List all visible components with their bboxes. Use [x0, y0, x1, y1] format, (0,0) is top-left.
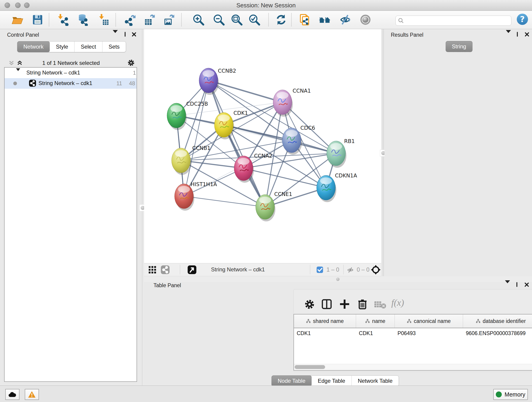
export-network-icon[interactable]: [124, 13, 137, 26]
network-node-ccne1[interactable]: CCNE1: [256, 191, 292, 221]
add-column-icon[interactable]: [339, 299, 350, 310]
network-node-cdc25b[interactable]: CDC25B: [167, 101, 208, 130]
homes-icon[interactable]: [318, 13, 331, 26]
cloud-button[interactable]: [5, 389, 19, 400]
memory-button[interactable]: Memory: [493, 389, 528, 400]
table-horizontal-scrollbar[interactable]: [294, 364, 532, 370]
table-cell[interactable]: CDK1: [294, 328, 356, 339]
control-panel-tabs: NetworkStyleSelectSets: [17, 41, 126, 52]
panel-collapse-icon[interactable]: [505, 283, 510, 288]
clone-network-icon[interactable]: [298, 13, 311, 26]
import-network-database-icon[interactable]: [76, 13, 89, 26]
import-network-file-icon[interactable]: [57, 13, 70, 26]
panel-collapse-icon[interactable]: [113, 33, 118, 38]
network-edge[interactable]: [184, 80, 209, 196]
network-tree-row[interactable]: String Network – cdk11148: [5, 78, 137, 89]
column-type-icon: [365, 319, 370, 323]
orb-icon[interactable]: [359, 13, 372, 26]
zoom-out-icon[interactable]: [213, 13, 225, 26]
network-selection-summary: 1 of 1 Network selected: [34, 60, 108, 66]
column-header-name[interactable]: name: [356, 314, 395, 328]
network-view-toolbar: String Network – cdk1 1 – 0 0 – 0: [144, 263, 381, 276]
table-cell[interactable]: P06493: [395, 328, 463, 339]
birdseye-grid-icon[interactable]: [148, 266, 157, 274]
toolbar-separator: [180, 265, 180, 274]
open-session-icon[interactable]: [11, 13, 23, 26]
titlebar: Session: New Session: [0, 0, 532, 11]
network-node-rb1[interactable]: RB1: [327, 138, 355, 168]
cloud-icon: [8, 391, 17, 397]
panel-float-icon[interactable]: [125, 32, 130, 37]
tab-sets[interactable]: Sets: [102, 41, 126, 52]
network-node-ccna1[interactable]: CCNA1: [273, 88, 311, 117]
network-edge[interactable]: [209, 80, 265, 207]
table-cell[interactable]: 9606.ENSP00000378699: [463, 328, 532, 339]
zoom-in-icon[interactable]: [192, 13, 205, 26]
hidden-eye-slash-icon[interactable]: [347, 266, 354, 274]
table-panel: Table Panel f(x) shared namenamecanonica…: [144, 282, 532, 385]
table-cell[interactable]: CDK1: [356, 328, 395, 339]
hide-unhide-icon[interactable]: [339, 13, 351, 26]
horizontal-splitter[interactable]: [144, 276, 532, 282]
main-toolbar: ?: [0, 11, 532, 29]
column-header-database-identifier[interactable]: database identifier: [463, 314, 532, 328]
show-columns-icon[interactable]: [321, 299, 332, 310]
panel-close-icon[interactable]: [132, 32, 137, 37]
collapse-all-tree-icon[interactable]: [8, 60, 15, 66]
splitter-dot[interactable]: [336, 278, 340, 281]
node-label: CCNB2: [218, 68, 236, 74]
table-row[interactable]: CDK1CDK1P064939606.ENSP00000378699cyclin…: [294, 328, 532, 339]
network-node-ccnb2[interactable]: CCNB2: [199, 68, 236, 95]
column-header-canonical-name[interactable]: canonical name: [395, 314, 463, 328]
tab-string[interactable]: String: [446, 41, 473, 52]
fit-selected-crosshair-icon[interactable]: [370, 264, 381, 275]
column-header-shared-name[interactable]: shared name: [294, 314, 356, 328]
tab-network[interactable]: Network: [17, 41, 50, 52]
network-node-cdc6[interactable]: CDC6: [282, 125, 315, 155]
node-label: CDK1: [234, 110, 248, 116]
panel-float-icon[interactable]: [516, 283, 521, 288]
import-table-icon[interactable]: [97, 13, 109, 26]
scrollbar-thumb[interactable]: [295, 365, 325, 369]
help-icon[interactable]: ?: [516, 13, 528, 25]
network-options-gear-icon[interactable]: [127, 59, 135, 66]
panel-collapse-icon[interactable]: [506, 33, 511, 38]
network-canvas[interactable]: CCNB2CCNA1CDC25BCDK1CDC6RB1CCNB1CCNA2CDK…: [144, 29, 381, 263]
zoom-selected-icon[interactable]: [248, 13, 260, 26]
tree-expand-icon[interactable]: [16, 71, 20, 77]
window-title: Session: New Session: [0, 0, 532, 11]
column-type-icon: [306, 319, 311, 323]
tab-edge-table[interactable]: Edge Table: [312, 376, 352, 386]
tab-select[interactable]: Select: [75, 41, 102, 52]
export-image-icon[interactable]: [163, 13, 175, 26]
string-network-icon: [29, 80, 36, 87]
search-input[interactable]: [406, 16, 510, 25]
zoom-fit-icon[interactable]: [230, 13, 243, 26]
tab-network-table[interactable]: Network Table: [352, 376, 399, 386]
network-view-title: String Network – cdk1: [211, 266, 265, 273]
string-network-badge-icon[interactable]: [161, 265, 170, 274]
network-edge[interactable]: [224, 125, 336, 153]
refresh-icon[interactable]: [275, 13, 287, 26]
network-node-hist1h1a[interactable]: HIST1H1A: [175, 181, 217, 211]
panel-close-icon[interactable]: [525, 32, 530, 37]
search-box[interactable]: [395, 16, 511, 26]
panel-float-icon[interactable]: [517, 32, 522, 37]
network-edge[interactable]: [184, 196, 265, 207]
tab-style[interactable]: Style: [50, 41, 75, 52]
function-builder-icon: f(x): [391, 297, 404, 308]
table-options-gear-icon[interactable]: [304, 299, 315, 310]
network-node-cdkn1a[interactable]: CDKN1A: [317, 172, 357, 202]
expand-all-tree-icon[interactable]: [17, 60, 23, 66]
tab-node-table[interactable]: Node Table: [272, 375, 312, 386]
delete-column-trash-icon[interactable]: [357, 299, 368, 310]
selected-checkbox-icon[interactable]: [317, 266, 323, 273]
network-tree-row[interactable]: String Network – cdk11: [5, 68, 137, 78]
warning-button[interactable]: [25, 389, 39, 400]
save-session-icon[interactable]: [32, 13, 44, 26]
panel-close-icon[interactable]: [525, 282, 530, 287]
network-edge[interactable]: [209, 80, 283, 102]
open-in-window-icon[interactable]: [187, 265, 196, 274]
export-table-icon[interactable]: [143, 13, 156, 26]
table-panel-title: Table Panel: [153, 282, 181, 288]
